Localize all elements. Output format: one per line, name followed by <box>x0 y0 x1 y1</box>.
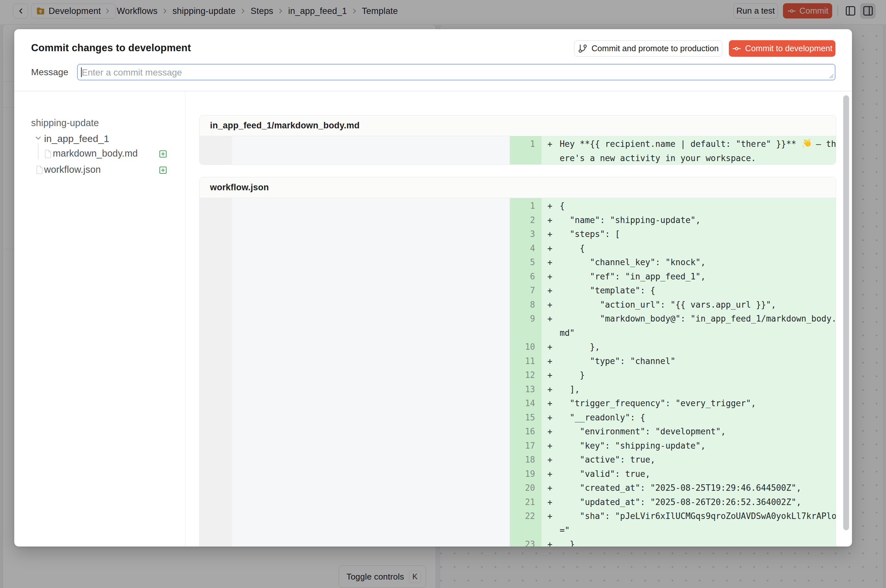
added-line-content: + "updated_at": "2025-08-26T20:26:52.364… <box>541 494 836 508</box>
diff-row: 6+ "ref": "in_app_feed_1", <box>199 269 836 283</box>
plus-marker: + <box>547 312 560 326</box>
added-line-content: + "valid": true, <box>541 466 836 480</box>
tree-connector-line <box>38 143 39 159</box>
diff-added-icon <box>159 166 167 174</box>
plus-marker: + <box>547 199 560 213</box>
old-line-content <box>232 353 510 368</box>
old-line-content <box>232 367 510 381</box>
plus-marker: + <box>547 411 560 425</box>
diff-card-workflow-json: workflow.json 1+{2+ "name": "shipping-up… <box>199 177 836 546</box>
diff-row: 11+ "type": "channel" <box>199 353 836 368</box>
old-line-content <box>232 136 510 150</box>
line-number: 14 <box>510 396 541 410</box>
old-line-gutter <box>199 353 232 368</box>
chevron-down-icon[interactable] <box>34 134 42 142</box>
diff-row: 19+ "valid": true, <box>199 466 836 480</box>
dialog-scrollbar[interactable] <box>843 95 849 530</box>
line-number: 13 <box>510 381 541 396</box>
old-line-content <box>232 150 510 165</box>
added-line-content: =" <box>541 522 836 537</box>
plus-marker: + <box>547 439 560 453</box>
old-line-gutter <box>199 255 232 269</box>
diff-added-icon <box>159 150 167 158</box>
added-line-content: + "active": true, <box>541 452 836 466</box>
added-line-content: + "environment": "development", <box>541 424 836 438</box>
message-label: Message <box>31 67 68 78</box>
tree-item-workflow[interactable]: shipping-update <box>31 118 99 128</box>
old-line-content <box>232 508 510 522</box>
old-line-gutter <box>199 297 232 311</box>
plus-marker: + <box>547 396 560 411</box>
git-branch-icon <box>578 44 588 54</box>
added-line-content: +{ <box>541 198 836 212</box>
old-line-gutter <box>199 396 232 410</box>
added-line-content: + "__readonly": { <box>541 410 836 424</box>
line-number: 18 <box>510 452 541 466</box>
old-line-content <box>232 537 510 546</box>
line-number: 1 <box>510 198 541 212</box>
plus-marker: + <box>547 382 560 397</box>
line-number: 2 <box>510 212 541 226</box>
old-line-content <box>232 438 510 452</box>
line-number: 1 <box>510 136 541 150</box>
diff-body: 1+Hey **{{ recipient.name | default: "th… <box>199 136 836 164</box>
plus-marker: + <box>547 298 560 312</box>
line-number: 7 <box>510 283 541 297</box>
diff-row: 13+ ], <box>199 381 836 396</box>
git-commit-icon <box>732 44 742 54</box>
old-line-gutter <box>199 226 232 240</box>
changed-files-tree: shipping-update in_app_feed_1 markdown_b… <box>14 91 185 546</box>
diff-list: in_app_feed_1/markdown_body.md 1+Hey **{… <box>185 91 852 546</box>
diff-row: 2+ "name": "shipping-update", <box>199 212 836 226</box>
old-line-gutter <box>199 367 232 381</box>
old-line-content <box>232 240 510 255</box>
added-line-content: ere's a new activity in your workspace. <box>541 150 836 165</box>
line-number: 6 <box>510 269 541 283</box>
added-line-content: + "type": "channel" <box>541 353 836 368</box>
old-line-gutter <box>199 438 232 452</box>
tree-item-workflow-json[interactable]: workflow.json <box>44 164 101 175</box>
old-line-content <box>232 283 510 297</box>
commit-dialog: Commit changes to development Commit and… <box>14 29 852 546</box>
diff-row: 1+Hey **{{ recipient.name | default: "th… <box>199 136 836 150</box>
old-line-gutter <box>199 494 232 508</box>
diff-row: 16+ "environment": "development", <box>199 424 836 438</box>
old-line-gutter <box>199 269 232 283</box>
diff-row: 23+ } <box>199 537 836 546</box>
tree-item-markdown-body[interactable]: markdown_body.md <box>53 148 138 159</box>
added-line-content: + "template": { <box>541 283 836 297</box>
dialog-title: Commit changes to development <box>31 42 191 54</box>
plus-marker: + <box>547 509 560 524</box>
diff-row: 1+{ <box>199 198 836 212</box>
commit-message-input[interactable] <box>77 64 835 80</box>
old-line-gutter <box>199 325 232 339</box>
line-number: 15 <box>510 410 541 424</box>
plus-marker: + <box>547 354 560 369</box>
plus-marker: + <box>547 481 560 495</box>
old-line-gutter <box>199 424 232 438</box>
plus-marker: + <box>547 284 560 298</box>
old-line-gutter <box>199 198 232 212</box>
added-line-content: + ], <box>541 381 836 396</box>
line-number: 5 <box>510 255 541 269</box>
plus-marker: + <box>547 368 560 382</box>
line-number <box>510 522 541 537</box>
old-line-content <box>232 410 510 424</box>
line-number: 23 <box>510 537 541 546</box>
tree-item-step[interactable]: in_app_feed_1 <box>44 133 109 144</box>
line-number: 8 <box>510 297 541 311</box>
textarea-resize-handle[interactable] <box>828 73 834 79</box>
diff-row: 15+ "__readonly": { <box>199 410 836 424</box>
diff-row: 20+ "created_at": "2025-08-25T19:29:46.6… <box>199 480 836 494</box>
diff-row: 5+ "channel_key": "knock", <box>199 255 836 269</box>
plus-marker: + <box>547 424 560 439</box>
old-line-gutter <box>199 339 232 353</box>
diff-row: 3+ "steps": [ <box>199 226 836 240</box>
added-line-content: + "action_url": "{{ vars.app_url }}", <box>541 297 836 311</box>
commit-to-development-button[interactable]: Commit to development <box>729 40 835 57</box>
diff-row: 10+ }, <box>199 339 836 353</box>
line-number: 10 <box>510 339 541 353</box>
commit-and-promote-button[interactable]: Commit and promote to production <box>574 40 723 57</box>
plus-marker: + <box>547 242 560 256</box>
file-icon <box>36 165 43 175</box>
